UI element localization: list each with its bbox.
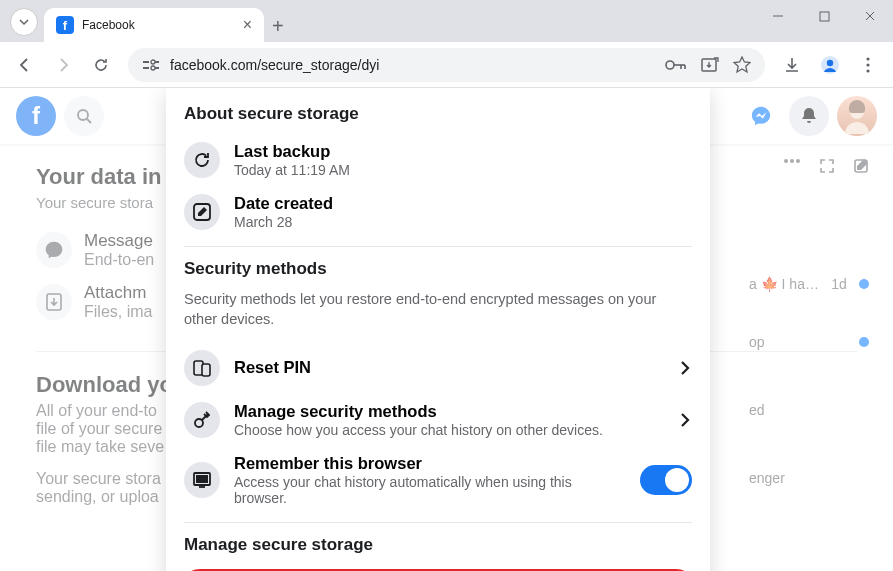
hint3-text: ed bbox=[749, 402, 765, 418]
browser-menu-button[interactable] bbox=[851, 48, 885, 82]
svg-point-8 bbox=[666, 61, 674, 69]
right-sidebar-hints: a 🍁 I ha…1d op ed enger bbox=[749, 158, 869, 486]
key-icon bbox=[184, 402, 220, 438]
svg-line-19 bbox=[87, 119, 91, 123]
remember-browser-row: Remember this browser Access your chat h… bbox=[166, 446, 710, 514]
svg-rect-28 bbox=[202, 364, 210, 376]
svg-point-18 bbox=[78, 110, 88, 120]
key-icon[interactable] bbox=[665, 59, 687, 71]
forward-button[interactable] bbox=[46, 48, 80, 82]
chevron-right-icon bbox=[678, 358, 692, 378]
search-icon bbox=[75, 107, 93, 125]
divider bbox=[184, 522, 692, 523]
address-bar[interactable]: facebook.com/secure_storage/dyi bbox=[128, 48, 765, 82]
unread-dot bbox=[859, 279, 869, 289]
date-created-title: Date created bbox=[234, 194, 692, 213]
notifications-button bbox=[789, 96, 829, 136]
svg-point-29 bbox=[195, 419, 203, 427]
svg-point-24 bbox=[796, 159, 800, 163]
expand-icon bbox=[819, 158, 835, 174]
tab-search-chevron[interactable] bbox=[10, 8, 38, 36]
security-section-title: Security methods bbox=[166, 255, 710, 289]
reset-pin-title: Reset PIN bbox=[234, 358, 664, 377]
hint4-text: enger bbox=[749, 470, 785, 486]
about-section-title: About secure storage bbox=[166, 100, 710, 134]
messenger-button bbox=[741, 96, 781, 136]
hint1-time: 1d bbox=[831, 276, 847, 292]
facebook-favicon: f bbox=[56, 16, 74, 34]
url-actions bbox=[665, 56, 751, 74]
svg-rect-25 bbox=[855, 160, 867, 172]
svg-point-20 bbox=[850, 105, 864, 119]
monitor-icon bbox=[184, 462, 220, 498]
messenger-icon bbox=[750, 105, 772, 127]
manage-methods-sub: Choose how you access your chat history … bbox=[234, 422, 664, 438]
svg-point-4 bbox=[151, 60, 155, 64]
hint1-text: a 🍁 I ha… bbox=[749, 276, 819, 292]
tab-close-icon[interactable]: × bbox=[243, 16, 252, 34]
last-backup-row: Last backup Today at 11:19 AM bbox=[166, 134, 710, 186]
bell-icon bbox=[799, 106, 819, 126]
reset-pin-row[interactable]: Reset PIN bbox=[166, 342, 710, 394]
browser-tab-strip: f Facebook × + bbox=[0, 0, 893, 42]
remember-browser-toggle[interactable] bbox=[640, 465, 692, 495]
svg-rect-21 bbox=[47, 294, 61, 310]
profile-button[interactable] bbox=[813, 48, 847, 82]
manage-storage-title: Manage secure storage bbox=[166, 531, 710, 565]
svg-rect-2 bbox=[143, 61, 149, 63]
window-maximize-button[interactable] bbox=[801, 0, 847, 32]
svg-point-17 bbox=[866, 69, 869, 72]
manage-methods-title: Manage security methods bbox=[234, 402, 664, 421]
page-content: f Your data in s Your secure stora bbox=[0, 88, 893, 571]
secure-storage-panel: About secure storage Last backup Today a… bbox=[166, 88, 710, 571]
account-avatar bbox=[837, 96, 877, 136]
window-close-button[interactable] bbox=[847, 0, 893, 32]
date-created-sub: March 28 bbox=[234, 214, 692, 230]
svg-point-15 bbox=[866, 57, 869, 60]
url-text: facebook.com/secure_storage/dyi bbox=[170, 57, 655, 73]
bg-item2-title: Attachm bbox=[84, 283, 152, 303]
remember-title: Remember this browser bbox=[234, 454, 626, 473]
svg-rect-3 bbox=[143, 67, 149, 69]
hint2-text: op bbox=[749, 334, 765, 350]
devices-icon bbox=[184, 350, 220, 386]
browser-toolbar: facebook.com/secure_storage/dyi bbox=[0, 42, 893, 88]
fb-search-button bbox=[64, 96, 104, 136]
remember-sub: Access your chat history automatically w… bbox=[234, 474, 626, 506]
bookmark-star-icon[interactable] bbox=[733, 56, 751, 74]
svg-point-16 bbox=[866, 63, 869, 66]
chevron-right-icon bbox=[678, 410, 692, 430]
svg-rect-31 bbox=[196, 475, 208, 483]
window-controls bbox=[755, 0, 893, 32]
svg-point-5 bbox=[151, 66, 155, 70]
tab-title: Facebook bbox=[82, 18, 235, 32]
bg-item1-sub: End-to-en bbox=[84, 251, 154, 269]
unread-dot bbox=[859, 337, 869, 347]
edit-icon bbox=[184, 194, 220, 230]
attachment-item-icon bbox=[36, 284, 72, 320]
svg-rect-1 bbox=[820, 12, 829, 21]
new-tab-button[interactable]: + bbox=[272, 15, 284, 42]
reload-button[interactable] bbox=[84, 48, 118, 82]
window-minimize-button[interactable] bbox=[755, 0, 801, 32]
security-section-desc: Security methods let you restore end-to-… bbox=[166, 289, 710, 342]
avatar-icon bbox=[837, 96, 877, 136]
back-button[interactable] bbox=[8, 48, 42, 82]
browser-tab[interactable]: f Facebook × bbox=[44, 8, 264, 42]
last-backup-title: Last backup bbox=[234, 142, 692, 161]
last-backup-sub: Today at 11:19 AM bbox=[234, 162, 692, 178]
manage-methods-row[interactable]: Manage security methods Choose how you a… bbox=[166, 394, 710, 446]
messenger-item-icon bbox=[36, 232, 72, 268]
date-created-row: Date created March 28 bbox=[166, 186, 710, 238]
compose-icon bbox=[853, 158, 869, 174]
site-settings-icon bbox=[142, 58, 160, 72]
install-app-icon[interactable] bbox=[701, 57, 719, 73]
downloads-button[interactable] bbox=[775, 48, 809, 82]
svg-point-22 bbox=[784, 159, 788, 163]
bg-item2-sub: Files, ima bbox=[84, 303, 152, 321]
more-icon bbox=[783, 158, 801, 164]
bg-item1-title: Message bbox=[84, 231, 154, 251]
chevron-down-icon bbox=[18, 16, 30, 28]
divider bbox=[184, 246, 692, 247]
facebook-logo: f bbox=[16, 96, 56, 136]
